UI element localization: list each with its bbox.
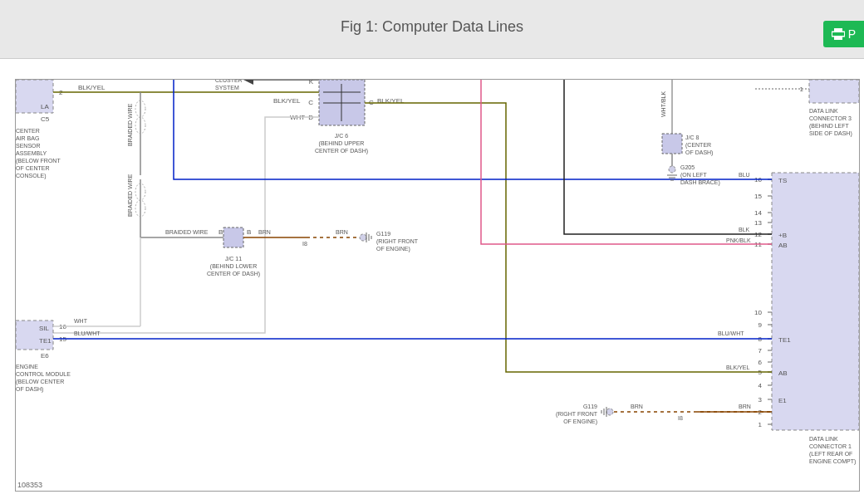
dlc1-ab: AB — [778, 242, 788, 249]
dlc3-box — [809, 80, 859, 103]
jc11-box — [223, 228, 243, 247]
dlc1-pins: 16 15 14 13 12 11 10 9 8 7 6 5 4 3 2 1 — [754, 176, 772, 428]
ecm-loc-2: OF DASH) — [16, 386, 43, 393]
airbag-name-4: ASSEMBLY — [16, 150, 47, 156]
g119a-conn: I8 — [302, 241, 307, 247]
braided-h-lbl: BRAIDED WIRE — [165, 229, 209, 235]
wire-blk-lbl: BLK — [739, 227, 750, 232]
g205-node — [669, 166, 675, 173]
wire-blkyel-lbl-4: BLK/YEL — [726, 365, 750, 370]
wire-whtblk-lbl: WHT/BLK — [660, 91, 666, 117]
diagram-id: 108353 — [17, 481, 42, 489]
jc6-name: J/C 6 — [335, 133, 348, 139]
g119b-loc-2: OF ENGINE) — [563, 418, 597, 425]
airbag-name-1: CENTER — [16, 128, 40, 134]
svg-text:6: 6 — [758, 359, 763, 366]
dlc1-name-2: CONNECTOR 1 — [809, 443, 852, 449]
wire-bluwht-lbl-1: BLU/WHT — [74, 330, 101, 336]
airbag-conn: C5 — [41, 115, 50, 123]
jc11-loc-2: CENTER OF DASH) — [207, 271, 260, 277]
jc8-name: J/C 8 — [685, 135, 699, 140]
dlc1-plusb: +B — [778, 232, 787, 239]
dlc3-name-2: CONNECTOR 3 — [809, 115, 852, 121]
svg-text:10: 10 — [754, 309, 762, 316]
svg-rect-0 — [834, 28, 842, 32]
wiring-diagram: LA 2 C5 CENTER AIR BAG SENSOR ASSEMBLY (… — [15, 79, 860, 492]
g119b-name: G119 — [583, 404, 597, 409]
svg-text:1: 1 — [758, 421, 763, 428]
wire-wht-d — [53, 117, 319, 333]
g119a-name: G119 — [376, 231, 390, 237]
jc11-pin-b-l: B — [218, 228, 223, 236]
jc8-loc-2: OF DASH) — [685, 149, 713, 156]
printer-icon — [832, 28, 845, 40]
jc6-pin-k: K — [309, 80, 314, 86]
ecm-te1: TE1 — [39, 337, 52, 345]
braided-wire-upper: BRAIDED WIRE — [127, 92, 145, 175]
dlc1-ab2: AB — [778, 369, 788, 377]
ecm-sil: SIL — [39, 325, 50, 332]
dlc1-te1: TE1 — [778, 336, 791, 344]
wire-brn-lbl-4: BRN — [631, 404, 643, 409]
svg-text:9: 9 — [758, 321, 763, 329]
g119a-loc-1: (RIGHT FRONT — [376, 238, 419, 245]
airbag-loc-3: CONSOLE) — [16, 173, 47, 179]
jc6-loc-1: (BEHIND UPPER — [319, 140, 365, 147]
svg-text:BRAIDED WIRE: BRAIDED WIRE — [127, 103, 133, 146]
jc8-box — [662, 134, 682, 154]
cluster-label-2: SYSTEM — [215, 85, 239, 91]
svg-text:BRAIDED WIRE: BRAIDED WIRE — [127, 174, 133, 217]
jc6-loc-2: CENTER OF DASH) — [315, 148, 368, 154]
svg-rect-3 — [832, 32, 844, 36]
dlc1-name-1: DATA LINK — [809, 436, 838, 442]
jc11-pin-b-r: B — [247, 228, 251, 236]
ecm-loc-1: (BELOW CENTER — [16, 379, 64, 385]
dlc1-loc-2: ENGINE COMPT) — [809, 458, 856, 465]
wire-brn-lbl-2: BRN — [336, 229, 348, 235]
airbag-signal: LA — [41, 103, 49, 110]
wire-brn-lbl-3: BRN — [739, 404, 751, 409]
ecm-name-2: CONTROL MODULE — [16, 371, 71, 377]
braided-wire-lower: BRAIDED WIRE — [127, 174, 145, 237]
airbag-loc-1: (BELOW FRONT — [16, 158, 61, 164]
wire-brn-lbl-1: BRN — [258, 229, 271, 235]
jc11-loc-1: (BEHIND LOWER — [210, 263, 257, 270]
g119b-conn: I8 — [678, 415, 683, 421]
title-bar: Fig 1: Computer Data Lines P — [0, 0, 864, 59]
ecm-name-1: ENGINE — [16, 364, 38, 369]
figure-title: Fig 1: Computer Data Lines — [341, 18, 523, 36]
g205-name: G205 — [680, 164, 695, 170]
svg-text:7: 7 — [758, 347, 763, 355]
svg-text:14: 14 — [754, 209, 762, 217]
dlc3-loc-2: SIDE OF DASH) — [809, 130, 852, 137]
dlc1-e1: E1 — [778, 397, 787, 404]
svg-text:3: 3 — [758, 396, 763, 404]
wire-blk-line — [564, 80, 755, 234]
print-button[interactable]: P — [823, 21, 864, 47]
airbag-name-3: SENSOR — [16, 143, 41, 149]
g205-loc-1: (ON LEFT — [680, 172, 708, 179]
g119b-node — [606, 409, 613, 415]
g205-loc-2: DASH BRACE) — [680, 179, 720, 186]
airbag-loc-2: OF CENTER — [16, 165, 49, 171]
g119a-node — [360, 234, 366, 241]
wire-blkyel-2: BLK/YEL — [273, 97, 301, 105]
wire-wht-lbl: WHT — [74, 318, 88, 324]
dlc1-box — [772, 173, 859, 430]
wire-blu-lbl: BLU — [739, 172, 750, 178]
svg-text:4: 4 — [758, 382, 763, 389]
airbag-name-2: AIR BAG — [16, 135, 39, 141]
g119a-loc-2: OF ENGINE) — [376, 246, 410, 252]
jc8-loc-1: (CENTER — [685, 142, 711, 149]
jc6-pin-c-l: C — [308, 99, 313, 106]
dlc3-name-1: DATA LINK — [809, 108, 838, 114]
g119b-loc-1: (RIGHT FRONT — [556, 411, 598, 418]
wire-blue-long — [174, 80, 755, 179]
dlc1-ts: TS — [778, 177, 787, 184]
dlc3-loc-1: (BEHIND LEFT — [809, 123, 850, 130]
print-label: P — [848, 27, 856, 41]
cluster-label-1: CLUSTER — [215, 80, 243, 83]
svg-text:13: 13 — [754, 219, 762, 227]
svg-rect-5 — [834, 36, 842, 40]
wire-pnkblk-lbl: PNK/BLK — [726, 237, 751, 243]
